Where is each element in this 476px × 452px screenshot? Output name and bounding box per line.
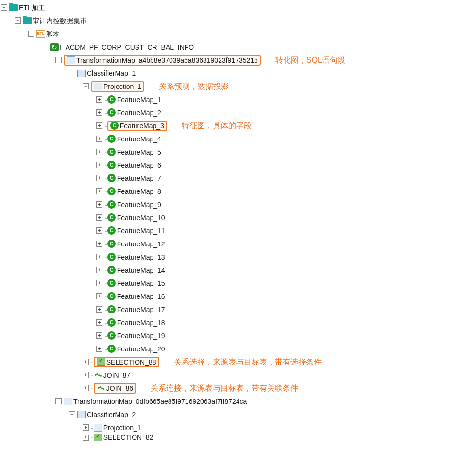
node-label: Projection_1 <box>103 424 141 431</box>
tree-node-featuremap-18[interactable]: +··CFeatureMap_18 <box>1 316 475 329</box>
tree-node-selection-88[interactable]: + ·· SELECTION_88 关系选择，来源表与目标表，带有选择条件 <box>1 355 475 368</box>
tree-node-featuremap-2[interactable]: +··CFeatureMap_2 <box>1 106 475 119</box>
expand-icon[interactable]: + <box>83 435 89 441</box>
tree-node-featuremap-6[interactable]: +··CFeatureMap_6 <box>1 158 475 172</box>
tree-node-join-87[interactable]: + ·· JOIN_87 <box>1 368 475 382</box>
folder-icon <box>23 17 32 25</box>
collapse-icon[interactable]: − <box>28 31 34 37</box>
tree-node-transformationmap-2[interactable]: − TransformationMap_0dfb665ae85f97169206… <box>1 395 475 408</box>
collapse-icon[interactable]: − <box>15 17 21 24</box>
tree-connector: ·· <box>91 359 93 365</box>
tree-connector: ·· <box>104 136 106 142</box>
tree-connector: ·· <box>104 346 106 352</box>
node-label: TransformationMap_a4bb8e37039a5a83631902… <box>76 57 258 64</box>
tree-node-featuremap-17[interactable]: +··CFeatureMap_17 <box>1 303 475 316</box>
expand-icon[interactable]: + <box>96 346 102 352</box>
tree-node-featuremap-1[interactable]: +··CFeatureMap_1 <box>1 93 475 106</box>
tree-node-selection-82[interactable]: + ·· SELECTION_82 <box>1 434 475 441</box>
collapse-icon[interactable]: − <box>83 83 89 89</box>
node-label: FeatureMap_15 <box>117 280 165 287</box>
tree-node-featuremap-12[interactable]: +··CFeatureMap_12 <box>1 237 475 250</box>
tree-node-featuremap-11[interactable]: +··CFeatureMap_11 <box>1 224 475 237</box>
tree-node-featuremap-7[interactable]: +··CFeatureMap_7 <box>1 172 475 185</box>
tree-node-classifiermap-1[interactable]: − ClassifierMap_1 <box>1 67 475 80</box>
tree-node-job[interactable]: − ↻ I_ACDM_PF_CORP_CUST_CR_BAL_INFO <box>1 40 475 53</box>
expand-icon[interactable]: + <box>96 267 102 273</box>
tree-node-script[interactable]: − ETL 脚本 <box>1 27 475 40</box>
expand-icon[interactable]: + <box>96 280 102 286</box>
expand-icon[interactable]: + <box>96 96 102 103</box>
collapse-icon[interactable]: − <box>42 44 48 50</box>
expand-icon[interactable]: + <box>96 254 102 260</box>
tree-node-featuremap-13[interactable]: +··CFeatureMap_13 <box>1 250 475 263</box>
tree-node-featuremap-9[interactable]: +··CFeatureMap_9 <box>1 198 475 211</box>
node-label: FeatureMap_13 <box>117 254 165 261</box>
tree-connector: ·· <box>104 241 106 247</box>
tree-node-featuremap-4[interactable]: +··CFeatureMap_4 <box>1 132 475 145</box>
node-label: ETL加工 <box>19 4 45 11</box>
tree-connector: ·· <box>104 319 106 326</box>
tree-node-projection-2[interactable]: + ·· Projection_1 <box>1 421 475 434</box>
collapse-icon[interactable]: − <box>69 70 75 76</box>
expand-icon[interactable]: + <box>96 109 102 116</box>
expand-icon[interactable]: + <box>96 122 102 129</box>
node-label: 脚本 <box>46 31 60 37</box>
feature-icon: C <box>107 201 116 209</box>
expand-icon[interactable]: + <box>83 372 89 378</box>
expand-icon[interactable]: + <box>83 424 89 431</box>
expand-icon[interactable]: + <box>96 332 102 339</box>
tree-node-featuremap-20[interactable]: +··CFeatureMap_20 <box>1 342 475 355</box>
tree-node-root[interactable]: − ETL加工 <box>1 1 475 14</box>
tree-node-featuremap-16[interactable]: +··CFeatureMap_16 <box>1 290 475 303</box>
collapse-icon[interactable]: − <box>1 4 7 11</box>
expand-icon[interactable]: + <box>96 136 102 142</box>
expand-icon[interactable]: + <box>96 241 102 247</box>
tree-connector: ·· <box>104 227 106 234</box>
tree-node-featuremap-3[interactable]: +··CFeatureMap_3特征图，具体的字段 <box>1 119 475 132</box>
expand-icon[interactable]: + <box>96 214 102 221</box>
tree-node-join-86[interactable]: + ·· JOIN_86 关系连接，来源表与目标表，带有关联条件 <box>1 382 475 395</box>
expand-icon[interactable]: + <box>96 188 102 194</box>
node-label: FeatureMap_17 <box>117 306 165 313</box>
tree-node-classifiermap-2[interactable]: − ClassifierMap_2 <box>1 408 475 421</box>
tree-node-transformationmap-1[interactable]: − TransformationMap_a4bb8e37039a5a836319… <box>1 53 475 67</box>
collapse-icon[interactable]: − <box>55 398 62 404</box>
highlight-box: CFeatureMap_3 <box>107 121 167 131</box>
join-icon <box>97 384 105 392</box>
tree-node-featuremap-15[interactable]: +··CFeatureMap_15 <box>1 277 475 290</box>
expand-icon[interactable]: + <box>96 149 102 155</box>
tree-node-featuremap-19[interactable]: +··CFeatureMap_19 <box>1 329 475 342</box>
feature-icon: C <box>107 332 116 340</box>
tree-connector: ·· <box>91 372 93 379</box>
tree-node-featuremap-10[interactable]: +··CFeatureMap_10 <box>1 211 475 224</box>
classifier-icon <box>77 70 86 77</box>
expand-icon[interactable]: + <box>96 201 102 208</box>
feature-icon: C <box>110 122 119 130</box>
etl-icon: ETL <box>36 30 45 38</box>
expand-icon[interactable]: + <box>96 227 102 234</box>
tree-node-featuremap-8[interactable]: +··CFeatureMap_8 <box>1 185 475 198</box>
tree-connector: ·· <box>104 188 106 195</box>
node-label: FeatureMap_2 <box>117 109 161 116</box>
feature-icon: C <box>107 148 116 156</box>
node-label: TransformationMap_0dfb665ae85f971692063a… <box>73 398 247 405</box>
expand-icon[interactable]: + <box>96 306 102 313</box>
tree-node-featuremap-14[interactable]: +··CFeatureMap_14 <box>1 263 475 277</box>
expand-icon[interactable]: + <box>83 385 89 391</box>
expand-icon[interactable]: + <box>96 175 102 181</box>
node-label: SELECTION_88 <box>106 359 156 365</box>
tree-node-featuremap-5[interactable]: +··CFeatureMap_5 <box>1 145 475 158</box>
expand-icon[interactable]: + <box>96 319 102 326</box>
tree-node-datamart[interactable]: − 审计内控数据集市 <box>1 14 475 27</box>
collapse-icon[interactable]: − <box>55 57 62 63</box>
node-label: FeatureMap_14 <box>117 267 165 274</box>
tree-node-projection-1[interactable]: − Projection_1 关系预测，数据投影 <box>1 80 475 93</box>
expand-icon[interactable]: + <box>96 162 102 168</box>
annotation-feature: 特征图，具体的字段 <box>182 122 252 130</box>
collapse-icon[interactable]: − <box>69 411 75 417</box>
expand-icon[interactable]: + <box>83 359 89 365</box>
expand-icon[interactable]: + <box>96 293 102 299</box>
feature-icon: C <box>107 174 116 182</box>
tree-connector: ·· <box>104 162 106 169</box>
tree-connector: ·· <box>104 293 106 300</box>
